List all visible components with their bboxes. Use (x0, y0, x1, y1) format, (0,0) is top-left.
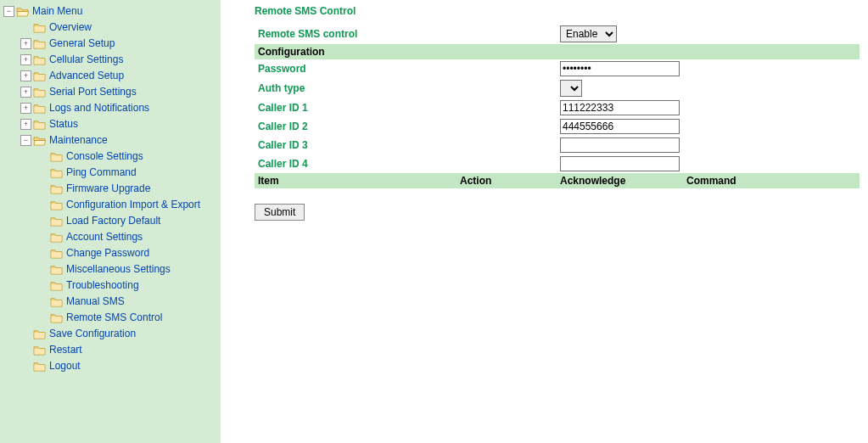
nav-item: Overview (0, 20, 221, 36)
folder-icon (50, 232, 63, 243)
folder-icon (50, 151, 63, 162)
nav-item: Remote SMS Control (0, 310, 221, 326)
folder-icon (33, 345, 46, 356)
folder-icon (33, 119, 46, 130)
remote-sms-select[interactable]: EnableDisable (560, 25, 617, 42)
password-row: Password (255, 59, 860, 78)
expand-icon[interactable]: + (20, 38, 31, 49)
auth-type-select[interactable] (560, 80, 582, 97)
caller4-row: Caller ID 4 (255, 154, 860, 173)
nav-item: Save Configuration (0, 326, 221, 342)
expander-spacer (20, 329, 31, 339)
nav-item: Load Factory Default (0, 213, 221, 229)
nav-item: Change Password (0, 245, 221, 261)
expander-spacer (37, 265, 48, 274)
nav-link[interactable]: Logs and Notifications (49, 100, 149, 116)
nav-link[interactable]: Troubleshooting (66, 278, 139, 294)
collapse-icon[interactable]: − (3, 6, 14, 17)
nav-item: +Advanced Setup (0, 68, 221, 84)
auth-type-row: Auth type (255, 78, 860, 98)
folder-open-icon (16, 6, 29, 17)
folder-icon (50, 296, 63, 307)
caller2-input[interactable] (560, 119, 680, 134)
password-input[interactable] (560, 61, 680, 76)
configuration-header: Configuration (255, 44, 860, 59)
nav-link[interactable]: Advanced Setup (49, 68, 124, 84)
nav-link[interactable]: Cellular Settings (49, 52, 123, 68)
expander-spacer (37, 216, 48, 226)
caller4-input[interactable] (560, 156, 680, 171)
folder-icon (33, 328, 46, 339)
nav-item: Restart (0, 342, 221, 358)
caller2-row: Caller ID 2 (255, 117, 860, 136)
folder-icon (33, 87, 46, 98)
nav-item: +General Setup (0, 36, 221, 52)
expand-icon[interactable]: + (20, 87, 31, 98)
expander-spacer (37, 281, 48, 290)
col-action: Action (456, 173, 557, 188)
main-content: Remote SMS Control Remote SMS control En… (221, 0, 868, 443)
sidebar: −Main MenuOverview+General Setup+Cellula… (0, 0, 221, 443)
nav-item: Troubleshooting (0, 278, 221, 294)
expander-spacer (37, 168, 48, 177)
col-command: Command (683, 173, 860, 188)
nav-item: +Cellular Settings (0, 52, 221, 68)
nav-link[interactable]: Logout (49, 358, 81, 374)
nav-item: Firmware Upgrade (0, 181, 221, 197)
nav-link[interactable]: Firmware Upgrade (66, 181, 150, 197)
nav-link[interactable]: Change Password (66, 245, 149, 261)
nav-link[interactable]: Account Settings (66, 229, 143, 245)
columns-header-row: Item Action Acknowledge Command (255, 173, 860, 188)
expand-icon[interactable]: + (20, 70, 31, 81)
nav-item: Miscellaneous Settings (0, 261, 221, 278)
caller1-input[interactable] (560, 100, 680, 115)
nav-link[interactable]: Restart (49, 342, 82, 358)
auth-type-label: Auth type (255, 78, 456, 98)
nav-item: +Status (0, 116, 221, 132)
password-label: Password (255, 59, 456, 78)
submit-button[interactable]: Submit (255, 204, 305, 221)
caller1-label: Caller ID 1 (255, 98, 456, 117)
nav-item: Console Settings (0, 149, 221, 165)
nav-link[interactable]: Manual SMS (66, 294, 125, 310)
nav-link[interactable]: Save Configuration (49, 326, 136, 342)
expander-spacer (20, 362, 31, 371)
nav-link[interactable]: Miscellaneous Settings (66, 261, 171, 278)
nav-link[interactable]: Status (49, 116, 78, 132)
nav-link[interactable]: Console Settings (66, 149, 143, 165)
nav-link[interactable]: Load Factory Default (66, 213, 160, 229)
expander-spacer (20, 23, 31, 32)
col-ack: Acknowledge (557, 173, 683, 188)
nav-link[interactable]: Ping Command (66, 165, 137, 181)
expand-icon[interactable]: + (20, 103, 31, 114)
expand-icon[interactable]: + (20, 119, 31, 130)
folder-icon (50, 199, 63, 210)
folder-icon (50, 264, 63, 275)
collapse-icon[interactable]: − (20, 135, 31, 146)
caller3-input[interactable] (560, 137, 680, 153)
nav-item: −Maintenance (0, 132, 221, 149)
folder-icon (50, 312, 63, 323)
nav-link[interactable]: Maintenance (49, 132, 108, 149)
caller4-label: Caller ID 4 (255, 154, 456, 173)
nav-item: +Logs and Notifications (0, 100, 221, 116)
nav-item: −Main Menu (0, 3, 221, 20)
nav-link[interactable]: Main Menu (32, 3, 82, 20)
folder-icon (33, 361, 46, 372)
expander-spacer (37, 249, 48, 258)
form-table: Remote SMS control EnableDisable Configu… (255, 24, 860, 188)
nav-link[interactable]: Configuration Import & Export (66, 197, 200, 213)
folder-icon (50, 167, 63, 178)
nav-link[interactable]: Remote SMS Control (66, 310, 162, 326)
nav-item: Configuration Import & Export (0, 197, 221, 213)
expander-spacer (37, 297, 48, 306)
expander-spacer (37, 233, 48, 242)
nav-link[interactable]: Overview (49, 20, 92, 36)
remote-sms-row: Remote SMS control EnableDisable (255, 24, 860, 44)
expand-icon[interactable]: + (20, 54, 31, 65)
expander-spacer (20, 345, 31, 355)
nav-link[interactable]: Serial Port Settings (49, 84, 137, 100)
folder-open-icon (33, 135, 46, 146)
nav-link[interactable]: General Setup (49, 36, 115, 52)
expander-spacer (37, 184, 48, 193)
